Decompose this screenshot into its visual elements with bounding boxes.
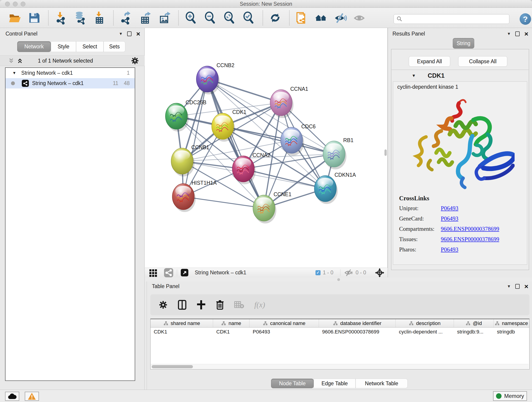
- tab-style[interactable]: Style: [51, 41, 76, 52]
- tab-sets[interactable]: Sets: [104, 41, 125, 52]
- column-header-namespace[interactable]: namespace: [494, 319, 529, 327]
- birdseye-grid-icon[interactable]: [149, 268, 158, 277]
- status-bar: Memory: [0, 390, 532, 402]
- column-header-description[interactable]: description: [396, 319, 454, 327]
- panel-menu-caret-icon[interactable]: ▼: [507, 284, 511, 289]
- export-table-button[interactable]: [138, 11, 152, 25]
- toolbar-separator: [340, 269, 341, 276]
- hidden-eye-slash-icon[interactable]: [344, 269, 353, 277]
- genecard-link[interactable]: P06493: [441, 216, 458, 222]
- tissues-link[interactable]: 9606.ENSP00000378699: [441, 236, 499, 242]
- table-settings-gear-icon[interactable]: [158, 300, 168, 309]
- panel-splitter-handle[interactable]: [385, 149, 387, 156]
- cell-name[interactable]: CDK1: [213, 327, 249, 336]
- panel-float-icon[interactable]: [515, 284, 520, 289]
- cloud-status-button[interactable]: [5, 392, 19, 401]
- network-node-CCNB2[interactable]: CCNB2: [196, 62, 234, 92]
- horizontal-scrollbar[interactable]: [151, 364, 529, 369]
- function-builder-icon[interactable]: f(x): [254, 300, 265, 309]
- splitter-handle-icon[interactable]: [337, 278, 340, 281]
- tab-select[interactable]: Select: [76, 41, 104, 52]
- network-node-RB1[interactable]: RB1: [323, 137, 354, 167]
- memory-button[interactable]: Memory: [493, 391, 527, 401]
- network-node-CDK1[interactable]: CDK1: [212, 109, 246, 139]
- expand-all-button[interactable]: Expand All: [409, 56, 450, 67]
- table-row[interactable]: CDK1 CDK1 P06493 9606.ENSP00000378699 cy…: [151, 327, 529, 336]
- export-network-icon: [119, 11, 133, 25]
- zoom-fit-button[interactable]: [222, 11, 236, 25]
- tab-edge-table[interactable]: Edge Table: [314, 379, 355, 388]
- search-input[interactable]: [403, 16, 503, 22]
- save-session-button[interactable]: [27, 11, 41, 25]
- panel-close-icon[interactable]: ×: [524, 32, 528, 36]
- network-share-icon[interactable]: [164, 268, 173, 277]
- network-view-panel: CCNB2CCNA1CDC25BCDK1CDC6RB1CCNB1CCNA2CDK…: [145, 28, 388, 277]
- network-collection-row[interactable]: ▼ String Network – cdk1 1: [6, 68, 135, 78]
- cell-canonical-name[interactable]: P06493: [249, 327, 319, 336]
- show-all-button[interactable]: [352, 11, 367, 25]
- cell-id[interactable]: stringdb:9...: [454, 327, 494, 336]
- tab-network-table[interactable]: Network Table: [355, 379, 408, 388]
- cell-description[interactable]: cyclin-dependent ...: [396, 327, 454, 336]
- panel-menu-caret-icon[interactable]: ▼: [119, 32, 123, 36]
- zoom-out-button[interactable]: [203, 11, 217, 25]
- compartments-link[interactable]: 9606.ENSP00000378699: [441, 226, 499, 232]
- import-network-file-button[interactable]: [54, 11, 68, 25]
- import-network-database-button[interactable]: [73, 11, 87, 25]
- add-column-plus-icon[interactable]: [196, 300, 206, 310]
- panel-close-icon[interactable]: ×: [524, 284, 528, 289]
- open-file-button[interactable]: [8, 11, 22, 25]
- panel-float-icon[interactable]: [515, 32, 520, 36]
- column-header-canonical-name[interactable]: canonical name: [249, 319, 319, 327]
- export-image-button[interactable]: [157, 11, 171, 25]
- delete-trash-icon[interactable]: [216, 300, 224, 310]
- column-header-name[interactable]: name: [213, 319, 249, 327]
- scrollbar-thumb[interactable]: [152, 365, 193, 368]
- cell-namespace[interactable]: stringdb: [494, 327, 529, 336]
- hide-selected-button[interactable]: [333, 11, 347, 25]
- network-row-selected[interactable]: String Network – cdk1 11 48: [6, 78, 135, 89]
- column-header-id[interactable]: @id: [454, 319, 494, 327]
- cell-shared-name[interactable]: CDK1: [151, 327, 213, 336]
- pan-crosshair-icon[interactable]: [375, 268, 385, 278]
- horizontal-splitter[interactable]: [145, 277, 532, 281]
- panel-float-icon[interactable]: [127, 32, 132, 36]
- export-network-button[interactable]: [119, 11, 133, 25]
- network-node-CDC6[interactable]: CDC6: [281, 123, 316, 153]
- home-layout-button[interactable]: [314, 11, 328, 25]
- tab-node-table[interactable]: Node Table: [271, 379, 314, 388]
- import-table-file-button[interactable]: [92, 11, 106, 25]
- selected-checkbox-icon[interactable]: ✓: [316, 270, 321, 275]
- control-panel-tabs: Network Style Select Sets: [17, 41, 125, 52]
- warnings-button[interactable]: [25, 392, 39, 401]
- help-button[interactable]: ?: [520, 13, 531, 25]
- network-node-CCNA1[interactable]: CCNA1: [270, 86, 308, 116]
- toolbar-search[interactable]: [394, 14, 509, 24]
- section-collapse-caret-icon[interactable]: ▼: [412, 73, 416, 78]
- refresh-button[interactable]: [268, 11, 282, 25]
- pharos-link[interactable]: P06493: [441, 246, 458, 253]
- network-canvas[interactable]: CCNB2CCNA1CDC25BCDK1CDC6RB1CCNB1CCNA2CDK…: [145, 28, 388, 268]
- string-results-box: Expand All Collapse All ▼ CDK1 cyclin-de…: [391, 49, 529, 270]
- open-in-new-window-icon[interactable]: [181, 269, 188, 276]
- title-bar: Session: New Session: [0, 0, 532, 8]
- cell-database-identifier[interactable]: 9606.ENSP00000378699: [319, 327, 396, 336]
- delete-table-icon[interactable]: [234, 301, 244, 309]
- column-header-database-identifier[interactable]: database identifier: [319, 319, 396, 327]
- zoom-in-button[interactable]: [184, 11, 198, 25]
- collapse-all-button[interactable]: Collapse All: [458, 56, 507, 67]
- tree-expand-caret-icon[interactable]: ▼: [12, 71, 16, 75]
- network-node-CCNB1[interactable]: CCNB1: [171, 144, 209, 174]
- clone-network-button[interactable]: [295, 11, 309, 25]
- panel-close-icon[interactable]: ×: [136, 32, 140, 36]
- panel-menu-caret-icon[interactable]: ▼: [507, 32, 511, 36]
- gear-icon[interactable]: [131, 57, 139, 65]
- zoom-selected-button[interactable]: [241, 11, 256, 25]
- tab-network[interactable]: Network: [17, 41, 51, 52]
- column-header-shared-name[interactable]: shared name: [151, 319, 213, 327]
- uniprot-link[interactable]: P06493: [441, 205, 458, 211]
- clone-network-icon: [295, 11, 308, 25]
- tab-string[interactable]: String: [453, 38, 474, 49]
- select-columns-icon[interactable]: [178, 300, 186, 310]
- protein-section-header[interactable]: ▼ CDK1: [392, 70, 529, 81]
